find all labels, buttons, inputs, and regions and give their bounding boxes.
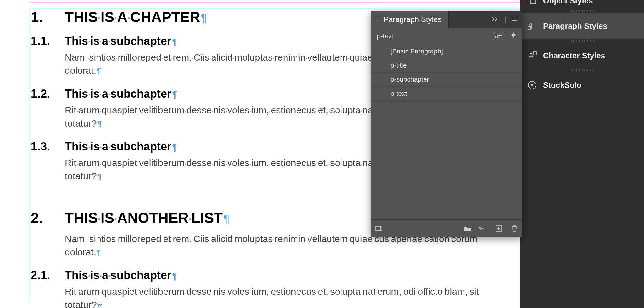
object-styles-icon: [527, 0, 537, 5]
chapter-number: 1.: [31, 9, 65, 24]
paragraph-styles-panel[interactable]: Paragraph Styles | p-text a+ [Basic Para…: [371, 11, 522, 237]
styles-list: [Basic Paragraph] p-title p-subchapter p…: [371, 44, 522, 219]
current-style-name: p-text: [377, 32, 394, 40]
dock-item-label: Object Styles: [543, 0, 641, 5]
svg-rect-5: [528, 27, 530, 29]
dock-grip[interactable]: [520, 9, 644, 13]
new-style-icon[interactable]: [495, 224, 503, 233]
dock-grip[interactable]: [520, 68, 644, 72]
new-style-from-selection-icon[interactable]: a+: [493, 32, 503, 40]
style-item-basic-paragraph[interactable]: [Basic Paragraph]: [371, 44, 522, 58]
svg-rect-0: [376, 226, 381, 231]
new-group-icon[interactable]: [463, 224, 471, 233]
page-edge: [30, 2, 533, 2]
document-canvas[interactable]: 1. THIS·IS·A·CHAPTER¶ 1.1. This·is·a·sub…: [0, 0, 395, 308]
style-item-p-title[interactable]: p-title: [371, 58, 522, 73]
dock-grip[interactable]: [520, 39, 644, 43]
dock-item-label: Paragraph Styles: [543, 22, 641, 31]
svg-point-8: [531, 84, 533, 86]
subchapter-number: 2.1.: [31, 269, 65, 281]
subchapter-number: 1.3.: [31, 141, 65, 153]
collapse-panel-icon[interactable]: [491, 15, 500, 24]
subchapter-title: This·is·a·subchapter¶: [65, 35, 177, 47]
style-item-p-text[interactable]: p-text: [371, 87, 522, 101]
dock-item-paragraph-styles[interactable]: Paragraph Styles: [520, 13, 644, 39]
panel-tab-label: Paragraph Styles: [384, 15, 441, 24]
quick-apply-icon[interactable]: [510, 31, 517, 41]
svg-rect-6: [533, 52, 536, 55]
panel-menu-icon[interactable]: [511, 15, 518, 24]
pilcrow-icon: ¶: [97, 120, 102, 128]
pilcrow-icon: ¶: [171, 89, 177, 100]
subchapter-title: This·is·a·subchapter¶: [65, 88, 177, 100]
panel-current-style-row: p-text a+: [371, 28, 522, 44]
pilcrow-icon: ¶: [171, 142, 177, 152]
subchapter-number: 1.1.: [31, 35, 65, 47]
style-item-p-subchapter[interactable]: p-subchapter: [371, 73, 522, 87]
paragraph-styles-icon: [527, 21, 537, 31]
character-styles-icon: [527, 51, 537, 60]
delete-style-icon[interactable]: [510, 224, 519, 233]
pilcrow-icon: ¶: [96, 248, 101, 257]
svg-text:¶✶: ¶✶: [479, 226, 485, 231]
map-styles-icon[interactable]: [375, 224, 383, 233]
chapter-title: THIS·IS·A·CHAPTER¶: [65, 9, 207, 24]
dock-item-label: StockSolo: [543, 81, 641, 90]
end-of-story-icon: #: [97, 301, 102, 308]
dock-item-character-styles[interactable]: Character Styles: [520, 43, 644, 68]
subchapter-title: This·is·a·subchapter¶: [65, 269, 177, 281]
pilcrow-icon: ¶: [171, 36, 177, 47]
dock-panel-strip: Object Styles Paragraph Styles Character…: [520, 0, 644, 308]
pilcrow-icon: ¶: [223, 212, 230, 225]
subchapter-title: This·is·a·subchapter¶: [65, 141, 177, 153]
chapter-title: THIS·IS·ANOTHER·LIST¶: [65, 210, 230, 225]
pilcrow-icon: ¶: [171, 271, 177, 281]
pilcrow-icon: ¶: [97, 172, 102, 181]
clear-overrides-icon[interactable]: ¶✶: [479, 224, 487, 233]
pilcrow-icon: ¶: [200, 11, 207, 24]
panel-tab-diamond-icon: [375, 17, 380, 22]
pilcrow-icon: ¶: [96, 67, 101, 75]
panel-tab-paragraph-styles[interactable]: Paragraph Styles: [371, 11, 449, 28]
body-text[interactable]: Rit·arum·quaspiet·velitiberum·desse·nis·…: [65, 285, 512, 308]
stocksolo-icon: [527, 80, 537, 90]
dock-item-object-styles[interactable]: Object Styles: [520, 0, 644, 9]
panel-tabbar: Paragraph Styles |: [371, 11, 522, 28]
panel-footer: ¶✶: [371, 219, 522, 237]
dock-item-label: Character Styles: [543, 51, 641, 60]
subchapter-number: 1.2.: [31, 88, 65, 100]
dock-item-stocksolo[interactable]: StockSolo: [520, 72, 644, 98]
subchapter-row[interactable]: 2.1. This·is·a·subchapter¶: [31, 269, 512, 281]
chapter-number: 2.: [31, 210, 65, 225]
